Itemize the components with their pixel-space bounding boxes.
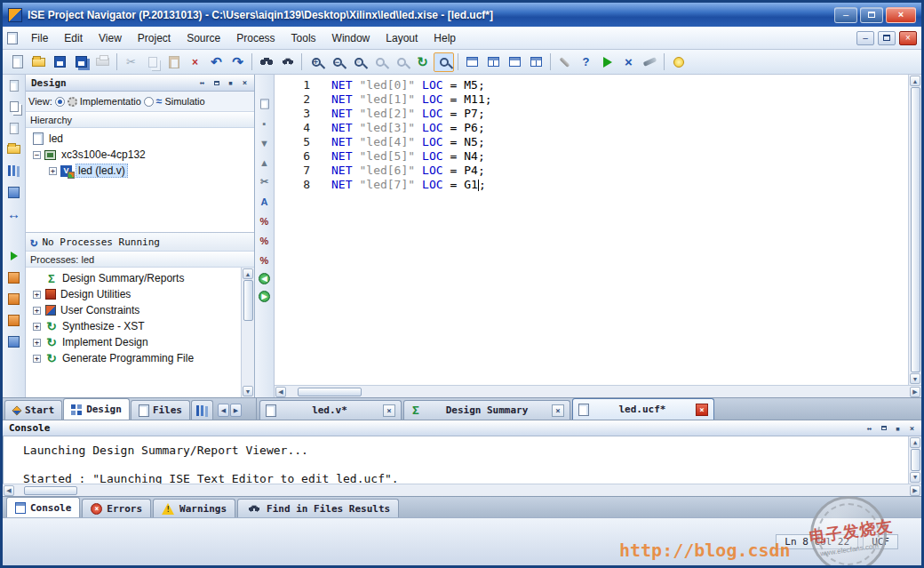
cut-line-button[interactable]: ✂ — [258, 175, 272, 188]
redo-button[interactable]: ↷ — [227, 52, 248, 72]
open-source-button[interactable] — [6, 141, 22, 157]
tile-vertical-button[interactable] — [505, 52, 525, 72]
code-line[interactable]: 2NET"led[1]"LOC= M11; — [278, 92, 908, 107]
analyze-button[interactable] — [640, 52, 660, 72]
console-horizontal-scrollbar[interactable]: ◀ ▶ — [3, 484, 921, 496]
hierarchy-tree[interactable]: led − xc3s100e-4cp132 + V led (led.v) — [26, 128, 254, 233]
new-file-button[interactable] — [7, 52, 28, 72]
snapshot-button[interactable] — [6, 184, 22, 200]
menu-process[interactable]: Process — [229, 29, 282, 47]
tips-button[interactable] — [668, 52, 689, 72]
tab-start[interactable]: Start — [4, 400, 62, 420]
process-item-summary[interactable]: Σ Design Summary/Reports — [26, 270, 254, 286]
scroll-thumb[interactable] — [911, 449, 920, 471]
process-list[interactable]: Σ Design Summary/Reports + Design Utilit… — [26, 268, 254, 397]
console-panel-header[interactable]: Console ↔ ▪ × — [3, 420, 921, 436]
match-button[interactable]: % — [258, 253, 272, 267]
tile-horizontal-button[interactable] — [483, 52, 504, 72]
save-button[interactable] — [50, 52, 70, 72]
replace-button[interactable]: % — [258, 214, 272, 228]
view-console-button[interactable] — [6, 333, 22, 349]
replace-all-button[interactable]: % — [258, 234, 272, 247]
design-panel-header[interactable]: Design ↔ ▪ × — [26, 75, 254, 92]
process-item-utilities[interactable]: + Design Utilities — [26, 286, 254, 302]
menu-edit[interactable]: Edit — [57, 29, 90, 47]
scroll-down-icon[interactable]: ▼ — [243, 386, 253, 396]
process-item-synthesize[interactable]: + ↻ Synthesize - XST — [26, 318, 254, 334]
float-window-button[interactable] — [526, 52, 546, 72]
minimize-button[interactable]: – — [834, 7, 857, 23]
console-pin-button[interactable]: ▪ — [891, 422, 904, 435]
scroll-thumb[interactable] — [911, 87, 920, 372]
collapse-panel-button[interactable] — [258, 77, 272, 91]
code-line[interactable]: 7NET"led[6]"LOC= P4; — [278, 164, 908, 178]
font-button[interactable]: A — [258, 195, 272, 208]
panel-float-button[interactable]: ↔ — [195, 76, 209, 89]
console-vertical-scrollbar[interactable]: ▲ ▼ — [908, 436, 921, 484]
panel-pin-button[interactable]: ▪ — [224, 76, 237, 89]
expander-icon[interactable]: + — [33, 339, 41, 347]
library-view-button[interactable] — [6, 163, 22, 179]
expander-icon[interactable]: + — [33, 323, 41, 331]
scroll-down-icon[interactable]: ▼ — [910, 373, 920, 384]
scroll-up-icon[interactable]: ▲ — [910, 437, 920, 448]
stop-process-button[interactable] — [6, 312, 22, 328]
scroll-thumb[interactable] — [298, 388, 362, 396]
process-list-scrollbar[interactable]: ▲ ▼ — [241, 268, 254, 397]
add-copy-source-button[interactable] — [6, 120, 22, 136]
zoom-in-button[interactable] — [306, 52, 326, 72]
code-line[interactable]: 8NET"led[7]"LOC= G1; — [278, 178, 908, 192]
find-in-files-button[interactable] — [277, 52, 298, 72]
settings-button[interactable] — [554, 52, 575, 72]
scroll-thumb[interactable] — [243, 280, 253, 321]
menu-layout[interactable]: Layout — [378, 29, 425, 47]
tab-design-summary[interactable]: Σ Design Summary × — [403, 400, 570, 420]
implementation-radio[interactable] — [55, 97, 65, 107]
select-tool-button[interactable] — [434, 52, 454, 72]
scroll-left-icon[interactable]: ◀ — [4, 485, 14, 496]
menu-help[interactable]: Help — [426, 29, 463, 47]
next-bookmark-button[interactable]: ▼ — [258, 136, 272, 149]
rerun-all-button[interactable] — [6, 291, 22, 307]
scroll-up-icon[interactable]: ▲ — [243, 268, 253, 279]
menu-view[interactable]: View — [92, 29, 129, 47]
rerun-process-button[interactable] — [6, 269, 22, 285]
scroll-right-icon[interactable]: ▶ — [910, 485, 920, 496]
code-line[interactable]: 5NET"led[4]"LOC= N5; — [278, 135, 908, 149]
scroll-left-icon[interactable]: ◀ — [275, 387, 286, 397]
code-line[interactable]: 6NET"led[5]"LOC= N4; — [278, 149, 908, 164]
tab-led-ucf[interactable]: led.ucf* × — [572, 398, 714, 420]
tab-console[interactable]: Console — [6, 497, 80, 517]
tab-scroll-right-button[interactable]: ▶ — [230, 404, 242, 417]
zoom-full-button[interactable] — [348, 52, 369, 72]
tab-files[interactable]: Files — [131, 400, 190, 420]
tab-led-v[interactable]: led.v* × — [259, 400, 402, 420]
tab-close-button[interactable]: × — [383, 404, 395, 417]
mdi-close-button[interactable]: × — [899, 31, 917, 45]
cascade-windows-button[interactable] — [462, 52, 482, 72]
editor-vertical-scrollbar[interactable]: ▲ ▼ — [908, 75, 921, 385]
maximize-button[interactable] — [860, 7, 883, 23]
tab-close-button[interactable]: × — [696, 404, 708, 416]
code-editor[interactable]: 1NET"led[0]"LOC= M5; 2NET"led[1]"LOC= M1… — [275, 75, 921, 397]
code-line[interactable]: 1NET"led[0]"LOC= M5; — [278, 78, 908, 92]
scroll-thumb[interactable] — [24, 486, 77, 495]
expander-icon[interactable]: + — [33, 291, 41, 299]
console-output[interactable]: Launching Design Summary/Report Viewer..… — [3, 436, 921, 484]
tab-close-button[interactable]: × — [552, 404, 564, 417]
next-result-button[interactable]: ▶ — [259, 291, 270, 302]
editor-horizontal-scrollbar[interactable]: ◀ ▶ — [275, 385, 921, 397]
stop-button[interactable]: × — [618, 52, 639, 72]
code-area[interactable]: 1NET"led[0]"LOC= M5; 2NET"led[1]"LOC= M1… — [275, 75, 921, 385]
menu-file[interactable]: File — [24, 29, 55, 47]
open-file-button[interactable] — [28, 52, 49, 72]
prev-bookmark-button[interactable]: ▲ — [258, 156, 272, 169]
zoom-out-button[interactable] — [327, 52, 347, 72]
process-item-implement[interactable]: + ↻ Implement Design — [26, 334, 254, 350]
menu-source[interactable]: Source — [179, 29, 227, 47]
mdi-restore-button[interactable] — [878, 31, 896, 45]
menu-window[interactable]: Window — [325, 29, 378, 47]
collapse-expander-icon[interactable]: − — [33, 151, 41, 159]
cut-button[interactable]: ✂ — [121, 52, 141, 72]
new-source-button[interactable] — [6, 77, 22, 93]
